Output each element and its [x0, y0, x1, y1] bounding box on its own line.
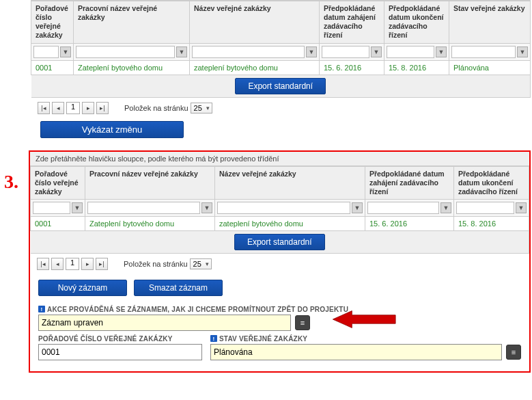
lookup-icon[interactable]: ≡: [506, 345, 521, 360]
filter-input[interactable]: [33, 46, 59, 58]
filter-row: ▼ ▼ ▼ ▼ ▼: [31, 199, 529, 216]
funnel-icon[interactable]: ▼: [201, 202, 212, 213]
required-icon: !: [210, 335, 217, 342]
page-size-select[interactable]: 25: [191, 103, 212, 114]
col-header[interactable]: Pracovní název veřejné zakázky: [74, 1, 190, 44]
col-header[interactable]: Předpokládané datum ukončení zadávacího …: [384, 1, 449, 44]
pager-label: Položek na stránku: [124, 104, 188, 112]
pager-next-icon[interactable]: ▸: [81, 258, 94, 270]
annotation-number: 3.: [4, 171, 18, 193]
cell-status: Plánována: [449, 60, 531, 75]
col-header[interactable]: Pořadové číslo veřejné zakázky: [31, 166, 85, 199]
lookup-icon[interactable]: ≡: [295, 315, 310, 330]
pager-next-icon[interactable]: ▸: [82, 102, 94, 114]
funnel-icon[interactable]: ▼: [72, 202, 83, 213]
pager-prev-icon[interactable]: ◂: [52, 102, 64, 114]
stav-field-label: ! STAV VEŘEJNÉ ZAKÁZKY: [210, 335, 521, 343]
funnel-icon[interactable]: ▼: [60, 46, 71, 57]
filter-input[interactable]: [367, 202, 439, 214]
cell-enddate: 15. 8. 2016: [384, 60, 449, 75]
header-row: Pořadové číslo veřejné zakázky Pracovní …: [31, 1, 531, 44]
funnel-icon[interactable]: ▼: [371, 46, 382, 57]
pager-label: Položek na stránku: [124, 260, 188, 268]
filter-input[interactable]: [387, 46, 434, 58]
funnel-icon[interactable]: ▼: [516, 202, 527, 213]
funnel-icon[interactable]: ▼: [352, 202, 363, 213]
poradove-field-label: POŘADOVÉ ČÍSLO VEŘEJNÉ ZAKÁZKY: [38, 335, 202, 343]
cell-order: 0001: [31, 60, 74, 75]
filter-input[interactable]: [33, 202, 70, 214]
funnel-icon[interactable]: ▼: [440, 202, 451, 213]
filter-input[interactable]: [451, 46, 516, 58]
vykazat-zmenu-button[interactable]: Vykázat změnu: [40, 121, 184, 138]
filter-input[interactable]: [217, 202, 350, 214]
cell-workname: Zateplení bytového domu: [85, 216, 215, 230]
pager-last-icon[interactable]: ▸|: [96, 102, 109, 114]
pager-first-icon[interactable]: |◂: [38, 102, 50, 114]
pager-page[interactable]: 1: [66, 258, 79, 270]
cell-name: zateplení bytového domu: [215, 216, 365, 230]
filter-input[interactable]: [192, 46, 305, 58]
export-button[interactable]: Export standardní: [235, 78, 326, 94]
delete-record-button[interactable]: Smazat záznam: [134, 280, 223, 296]
akce-field-label: ! AKCE PROVÁDĚNÁ SE ZÁZNAMEM, JAK JI CHC…: [38, 306, 521, 313]
cell-enddate: 15. 8. 2016: [454, 216, 529, 230]
cell-startdate: 15. 6. 2016: [365, 216, 454, 230]
akce-input[interactable]: [38, 315, 291, 331]
table-row[interactable]: 0001 Zateplení bytového domu zateplení b…: [31, 216, 529, 230]
col-header[interactable]: Název veřejné zakázky: [215, 166, 365, 199]
svg-marker-0: [333, 310, 395, 328]
pager: |◂ ◂ 1 ▸ ▸| Položek na stránku 25: [30, 254, 529, 274]
filter-input[interactable]: [322, 46, 369, 58]
filter-input[interactable]: [87, 202, 200, 214]
col-header[interactable]: Název veřejné zakázky: [190, 1, 320, 44]
header-row: Pořadové číslo veřejné zakázky Pracovní …: [31, 166, 529, 199]
required-icon: !: [38, 306, 45, 312]
col-header[interactable]: Pořadové číslo veřejné zakázky: [31, 1, 74, 44]
funnel-icon[interactable]: ▼: [436, 46, 447, 57]
filter-row: ▼ ▼ ▼ ▼ ▼ ▼: [31, 43, 531, 60]
pager-page[interactable]: 1: [66, 102, 80, 114]
pager-last-icon[interactable]: ▸|: [96, 258, 108, 270]
pager-first-icon[interactable]: |◂: [37, 258, 49, 270]
bottom-grid: Pořadové číslo veřejné zakázky Pracovní …: [30, 166, 529, 254]
pager: |◂ ◂ 1 ▸ ▸| Položek na stránku 25: [31, 98, 531, 118]
filter-input[interactable]: [456, 202, 514, 214]
cell-workname: Zateplení bytového domu: [74, 60, 190, 75]
cell-startdate: 15. 6. 2016: [320, 60, 384, 75]
funnel-icon[interactable]: ▼: [306, 46, 317, 57]
filter-input[interactable]: [76, 46, 175, 58]
col-header[interactable]: Předpokládané datum zahájení zadávacího …: [320, 1, 384, 44]
funnel-icon[interactable]: ▼: [517, 46, 528, 57]
group-drag-hint[interactable]: Zde přetáhněte hlavičku sloupce, podle k…: [30, 152, 529, 166]
funnel-icon[interactable]: ▼: [176, 46, 187, 57]
export-button[interactable]: Export standardní: [234, 234, 325, 250]
col-header[interactable]: Stav veřejné zakázky: [449, 1, 531, 44]
cell-order: 0001: [31, 216, 85, 230]
col-header[interactable]: Pracovní název veřejné zakázky: [85, 166, 215, 199]
top-grid: Pořadové číslo veřejné zakázky Pracovní …: [31, 1, 531, 98]
pager-prev-icon[interactable]: ◂: [51, 258, 64, 270]
table-row[interactable]: 0001 Zateplení bytového domu zateplení b…: [31, 60, 531, 75]
page-size-select[interactable]: 25: [190, 258, 212, 269]
new-record-button[interactable]: Nový záznam: [38, 280, 127, 296]
arrow-annotation-icon: [331, 310, 399, 329]
col-header[interactable]: Předpokládané datum ukončení zadávacího …: [454, 166, 529, 199]
poradove-input[interactable]: [38, 344, 202, 360]
stav-input[interactable]: [210, 344, 502, 360]
cell-name: zateplení bytového domu: [190, 60, 320, 75]
col-header[interactable]: Předpokládané datum zahájení zadávacího …: [365, 166, 454, 199]
